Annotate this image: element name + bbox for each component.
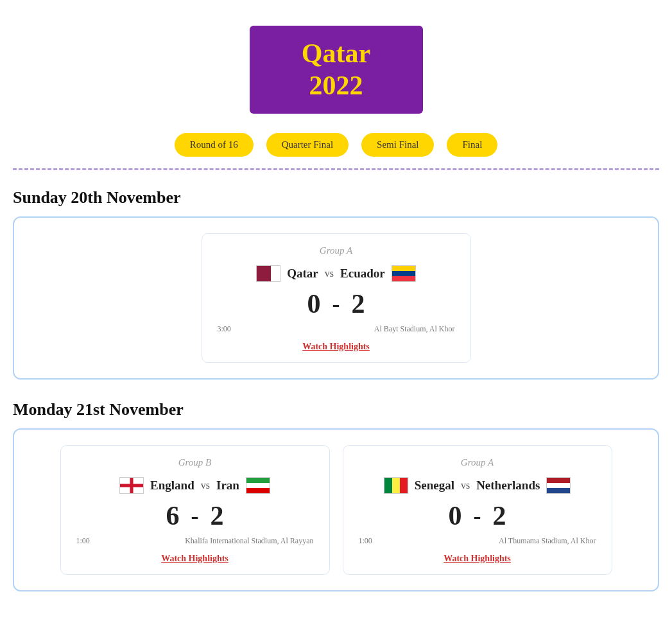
- match-stadium-2: Khalifa International Stadium, Al Rayyan: [185, 536, 313, 546]
- day-title-2: Monday 21st November: [13, 400, 659, 419]
- tab-quarter-final[interactable]: Quarter Final: [266, 133, 349, 157]
- score2-2: 2: [211, 500, 224, 531]
- match-score-3: 0 - 2: [449, 500, 506, 531]
- day-container-2: Group B England vs Iran 6 - 2 1:00 Khali…: [13, 428, 659, 591]
- flag-iran: [246, 477, 270, 494]
- vs-label-2: vs: [201, 480, 210, 491]
- match-group-1: Group A: [320, 245, 352, 256]
- day-section-2: Monday 21st November Group B England vs …: [13, 400, 659, 591]
- score-dash-3: -: [474, 502, 481, 529]
- header-line1: Qatar: [302, 39, 370, 68]
- match-stadium-3: Al Thumama Stadium, Al Khor: [499, 536, 596, 546]
- team1-name-1: Qatar: [287, 267, 318, 281]
- watch-highlights-2[interactable]: Watch Highlights: [161, 554, 228, 564]
- score2-3: 2: [493, 500, 506, 531]
- match-time-3: 1:00: [359, 536, 372, 546]
- match-teams-2: England vs Iran: [119, 477, 270, 494]
- header-title: Qatar 2022: [269, 37, 404, 102]
- match-stadium-1: Al Bayt Stadium, Al Khor: [374, 324, 455, 334]
- match-meta-2: 1:00 Khalifa International Stadium, Al R…: [76, 536, 314, 546]
- score2-1: 2: [352, 288, 365, 319]
- score-dash-1: -: [332, 290, 340, 317]
- score-dash-2: -: [191, 502, 199, 529]
- tab-semi-final[interactable]: Semi Final: [361, 133, 434, 157]
- match-card-3: Group A Senegal vs Netherlands 0 - 2 1:0…: [343, 445, 612, 575]
- nav-tabs: Round of 16 Quarter Final Semi Final Fin…: [13, 133, 659, 157]
- match-score-1: 0 - 2: [307, 288, 365, 319]
- team2-name-1: Ecuador: [340, 267, 385, 281]
- match-meta-1: 3:00 Al Bayt Stadium, Al Khor: [218, 324, 455, 334]
- match-card-1: Group A Qatar vs Ecuador 0 - 2 3:00 Al B…: [202, 233, 471, 363]
- match-group-2: Group B: [178, 457, 212, 468]
- match-group-3: Group A: [461, 457, 494, 468]
- header-banner: Qatar 2022: [250, 26, 423, 114]
- flag-ecuador: [392, 265, 416, 282]
- score1-2: 6: [166, 500, 180, 531]
- team1-name-2: England: [150, 478, 194, 493]
- score1-3: 0: [449, 500, 462, 531]
- tab-final[interactable]: Final: [447, 133, 497, 157]
- team1-name-3: Senegal: [415, 478, 454, 493]
- watch-highlights-1[interactable]: Watch Highlights: [302, 342, 370, 352]
- match-score-2: 6 - 2: [166, 500, 224, 531]
- vs-label-1: vs: [325, 268, 334, 279]
- flag-qatar: [256, 265, 280, 282]
- match-card-2: Group B England vs Iran 6 - 2 1:00 Khali…: [60, 445, 330, 575]
- flag-senegal: [384, 477, 408, 494]
- team2-name-2: Iran: [216, 478, 239, 493]
- score1-1: 0: [307, 288, 321, 319]
- tab-round16[interactable]: Round of 16: [175, 133, 254, 157]
- match-time-1: 3:00: [218, 324, 231, 334]
- match-teams-3: Senegal vs Netherlands: [384, 477, 571, 494]
- vs-label-3: vs: [461, 480, 470, 491]
- match-time-2: 1:00: [76, 536, 90, 546]
- flag-netherlands: [546, 477, 571, 494]
- team2-name-3: Netherlands: [476, 478, 540, 493]
- watch-highlights-3[interactable]: Watch Highlights: [444, 554, 511, 564]
- page-wrapper: Qatar 2022 Round of 16 Quarter Final Sem…: [0, 0, 672, 625]
- match-teams-1: Qatar vs Ecuador: [256, 265, 415, 282]
- day-title-1: Sunday 20th November: [13, 188, 659, 207]
- flag-england: [119, 477, 144, 494]
- day-container-1: Group A Qatar vs Ecuador 0 - 2 3:00 Al B…: [13, 216, 659, 380]
- day-section-1: Sunday 20th November Group A Qatar vs Ec…: [13, 188, 659, 380]
- match-meta-3: 1:00 Al Thumama Stadium, Al Khor: [359, 536, 596, 546]
- section-divider: [13, 168, 659, 170]
- header-line2: 2022: [309, 71, 363, 100]
